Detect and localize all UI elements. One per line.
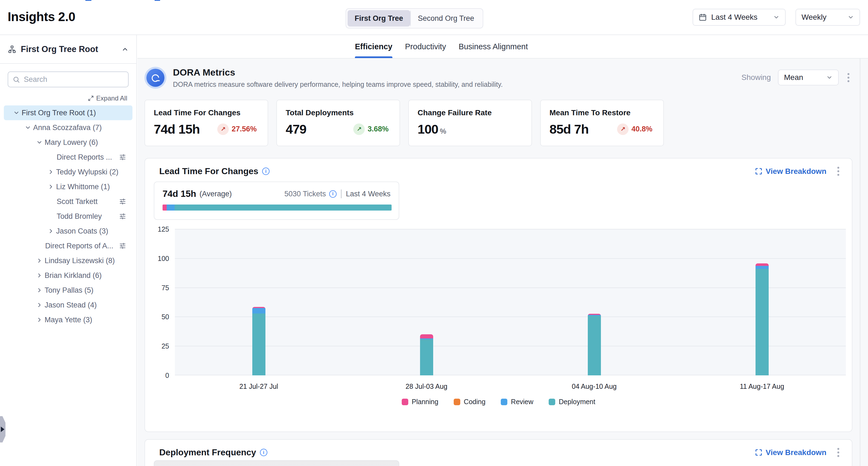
tree-item[interactable]: Mary Lowery (6) <box>4 135 132 150</box>
tree-item[interactable]: Teddy Wylupski (2) <box>4 165 132 179</box>
chart-legend: PlanningCodingReviewDeployment <box>145 398 852 406</box>
tree-item[interactable]: Direct Reports of A... <box>4 238 132 253</box>
chevron-right-icon[interactable] <box>48 228 54 234</box>
bar-segment-review[interactable] <box>252 308 266 313</box>
filter-sliders-icon[interactable] <box>119 153 126 161</box>
metric-card-unit: % <box>440 127 446 135</box>
chevron-right-icon[interactable] <box>48 183 54 190</box>
tab-business-alignment[interactable]: Business Alignment <box>459 35 528 58</box>
lead-time-chart-plot <box>175 229 846 375</box>
filter-sliders-icon[interactable] <box>119 242 126 250</box>
tree-item-label: Lindsay Liszewski (8) <box>44 257 115 265</box>
tree-item[interactable]: Tony Pallas (5) <box>4 283 132 298</box>
bar-28-jul-03-aug[interactable] <box>420 334 433 375</box>
tab-productivity[interactable]: Productivity <box>405 35 446 58</box>
dora-menu-button[interactable] <box>846 71 851 84</box>
tree-item[interactable]: Lindsay Liszewski (8) <box>4 253 132 268</box>
bar-21-jul-27-jul[interactable] <box>252 307 266 375</box>
chevron-right-icon[interactable] <box>36 257 43 264</box>
info-icon[interactable] <box>262 168 270 175</box>
dora-title: DORA Metrics <box>173 67 503 78</box>
chevron-down-icon[interactable] <box>36 139 43 146</box>
expand-corners-icon <box>755 168 763 175</box>
chevron-right-icon[interactable] <box>36 272 43 279</box>
tree-item-label: Jason Stead (4) <box>44 301 97 310</box>
clipped-link-fragment <box>85 0 91 1</box>
chevron-right-icon[interactable] <box>36 287 43 293</box>
bar-04-aug-10-aug[interactable] <box>588 314 601 375</box>
filter-sliders-icon[interactable] <box>119 212 126 220</box>
expand-all-button[interactable]: Expand All <box>9 94 127 102</box>
metric-card-value: 100% <box>417 122 446 137</box>
tree-item-label: Brian Kirkland (6) <box>44 271 102 280</box>
tree-item[interactable]: Jason Stead (4) <box>4 298 132 312</box>
progress-segment-review <box>167 205 174 210</box>
filter-sliders-icon[interactable] <box>119 198 126 205</box>
chevron-down-icon <box>847 14 854 21</box>
chevron-down-icon[interactable] <box>25 124 31 131</box>
chevron-right-icon[interactable] <box>36 302 43 308</box>
gridline <box>175 258 846 259</box>
tree-item[interactable]: Todd Bromley <box>4 209 132 224</box>
tree-item[interactable]: Jason Coats (3) <box>4 224 132 238</box>
date-range-select[interactable]: Last 4 Weeks <box>692 9 786 26</box>
tree-item[interactable]: Anna Scozzafava (7) <box>4 120 132 135</box>
trend-arrow-icon: ↗ <box>353 123 365 135</box>
chevron-right-icon[interactable] <box>48 169 54 175</box>
x-axis-line <box>175 375 846 375</box>
trend-arrow-icon: ↗ <box>617 123 628 135</box>
bar-segment-deployment[interactable] <box>252 314 266 375</box>
expand-all-icon <box>88 95 94 101</box>
lead-time-menu-button[interactable] <box>836 165 841 177</box>
tree-item[interactable]: First Org Tree Root (1) <box>4 106 132 120</box>
deployment-frequency-view-breakdown-button[interactable]: View Breakdown <box>755 448 827 457</box>
bar-segment-planning[interactable] <box>420 334 433 339</box>
org-tree-sidebar: First Org Tree Root Expand All First Org… <box>0 35 137 466</box>
chevron-down-icon[interactable] <box>13 110 20 116</box>
y-tick-label: 0 <box>145 372 169 379</box>
org-tree-tab-2[interactable]: Second Org Tree <box>411 10 481 27</box>
bar-segment-deployment[interactable] <box>588 316 601 375</box>
chevron-right-icon[interactable] <box>36 317 43 323</box>
aggregation-select[interactable]: Mean <box>778 69 839 85</box>
bar-segment-deployment[interactable] <box>420 339 433 375</box>
search-input[interactable] <box>24 75 124 84</box>
x-axis-labels: 21 Jul-27 Jul28 Jul-03 Aug04 Aug-10 Aug1… <box>175 382 846 391</box>
deployment-frequency-title: Deployment Frequency <box>159 447 256 458</box>
lead-time-view-breakdown-button[interactable]: View Breakdown <box>755 167 827 176</box>
info-icon[interactable] <box>260 449 267 456</box>
legend-swatch <box>402 399 408 405</box>
legend-swatch <box>549 399 555 405</box>
showing-label: Showing <box>742 73 771 82</box>
y-tick-label: 100 <box>145 254 169 262</box>
org-tree-tab-1[interactable]: First Org Tree <box>347 10 410 27</box>
legend-item-planning: Planning <box>402 398 438 406</box>
legend-label: Deployment <box>559 398 595 406</box>
org-tree: First Org Tree Root (1)Anna Scozzafava (… <box>0 106 136 327</box>
bar-segment-deployment[interactable] <box>755 269 769 375</box>
metric-delta-value: 3.68% <box>368 125 389 133</box>
tree-item-label: Direct Reports ... <box>57 153 112 162</box>
tree-item[interactable]: Maya Yette (3) <box>4 312 132 327</box>
x-tick-label: 21 Jul-27 Jul <box>240 382 278 390</box>
granularity-select[interactable]: Weekly <box>796 9 860 26</box>
tree-item[interactable]: Direct Reports ... <box>4 150 132 165</box>
metric-delta-badge: ↗40.8% <box>617 123 652 135</box>
bar-11-aug-17-aug[interactable] <box>755 263 769 375</box>
tree-item[interactable]: Scott Tarkett <box>4 194 132 209</box>
bar-segment-planning[interactable] <box>755 263 769 266</box>
tree-item[interactable]: Liz Whittome (1) <box>4 179 132 194</box>
bar-segment-review[interactable] <box>755 266 769 269</box>
sidebar-collapse-chevron-icon[interactable] <box>122 46 129 53</box>
legend-item-deployment: Deployment <box>549 398 595 406</box>
scrollbar-track[interactable] <box>860 59 860 466</box>
y-tick-label: 75 <box>145 284 169 292</box>
efficiency-content: DORA Metrics DORA metrics measure softwa… <box>137 59 868 466</box>
legend-label: Review <box>511 398 533 406</box>
info-icon[interactable] <box>329 190 337 198</box>
tab-efficiency[interactable]: Efficiency <box>355 35 393 58</box>
deployment-frequency-menu-button[interactable] <box>836 446 841 459</box>
metric-card: Total Deployments479↗3.68% <box>276 100 400 146</box>
tree-item[interactable]: Brian Kirkland (6) <box>4 268 132 283</box>
lead-time-title: Lead Time For Changes <box>159 166 258 176</box>
